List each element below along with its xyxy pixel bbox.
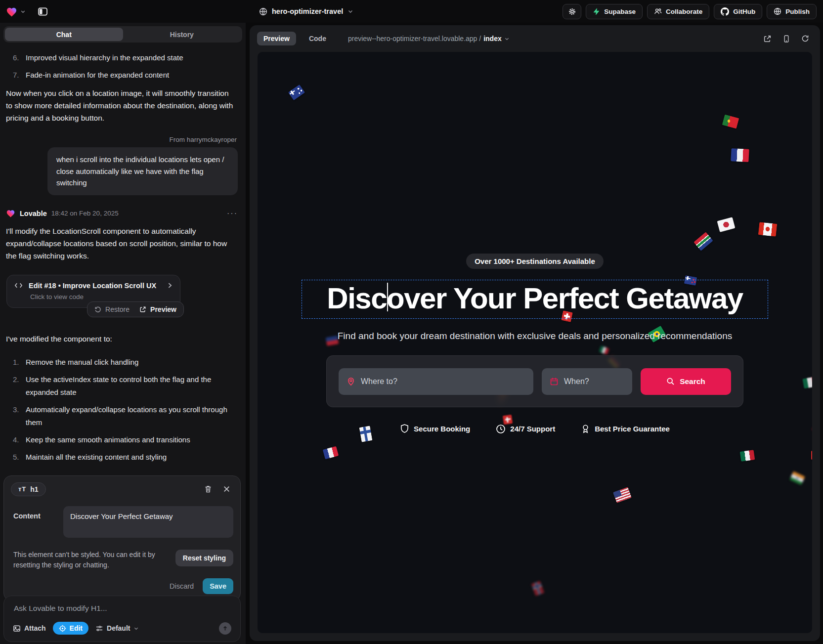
hero-title-selection[interactable]: Discover Your Perfect Getaway: [302, 280, 768, 319]
list-text: Remove the manual click handling: [26, 356, 138, 369]
github-button[interactable]: GitHub: [714, 4, 762, 19]
supabase-button[interactable]: Supabase: [586, 4, 643, 19]
github-label: GitHub: [733, 8, 755, 15]
reset-styling-button[interactable]: Reset styling: [175, 550, 233, 566]
refresh-icon: [801, 35, 809, 43]
edit-mode-button[interactable]: Edit: [53, 622, 88, 635]
assistant-header: Lovable 18:42 on Feb 20, 2025 ···: [0, 209, 246, 218]
tab-preview[interactable]: Preview: [257, 32, 296, 45]
preview-toolbar: Preview Code preview--hero-optimizer-tra…: [250, 25, 820, 52]
element-tag-pill[interactable]: тT h1: [11, 482, 46, 496]
tab-code[interactable]: Code: [303, 32, 333, 45]
collaborate-button[interactable]: Collaborate: [647, 4, 709, 19]
collaborate-people-icon: [654, 7, 662, 15]
restore-label: Restore: [105, 305, 130, 313]
save-button[interactable]: Save: [203, 578, 233, 594]
flag-switzerland: [811, 451, 812, 460]
delete-element-button[interactable]: [204, 485, 212, 493]
open-in-new-tab-button[interactable]: [763, 35, 772, 43]
list-number: 1.: [13, 356, 21, 369]
list-item: 3.Automatically expand/collapse location…: [13, 403, 237, 429]
sidebar-toggle-icon[interactable]: [38, 7, 48, 16]
globe-icon: [259, 7, 267, 16]
list-item: 2.Use the activeIndex state to control b…: [13, 373, 237, 399]
feature-price-guarantee: Best Price Guarantee: [581, 424, 670, 434]
tab-chat[interactable]: Chat: [5, 28, 123, 41]
project-name: hero-optimizer-travel: [272, 7, 343, 15]
search-button[interactable]: Search: [641, 368, 731, 395]
content-field-label: Content: [11, 512, 50, 538]
element-tag-label: h1: [30, 485, 38, 493]
preview-url[interactable]: preview--hero-optimizer-travel.lovable.a…: [348, 35, 510, 43]
hero-title[interactable]: Discover Your Perfect Getaway: [307, 281, 763, 315]
attach-button[interactable]: Attach: [13, 624, 46, 632]
restore-button[interactable]: Restore: [94, 305, 130, 313]
chat-message-input[interactable]: [11, 602, 233, 617]
chat-input-card: Attach Edit Default: [3, 596, 241, 642]
list-text: Maintain all the existing content and st…: [26, 451, 167, 464]
collaborate-label: Collaborate: [666, 8, 702, 15]
content-field-input[interactable]: Discover Your Perfect Getaway: [63, 506, 233, 538]
assistant-list-bottom: 1.Remove the manual click handling 2.Use…: [0, 356, 246, 464]
assistant-paragraph: I've modified the component to:: [0, 333, 246, 345]
preview-viewport: Over 1000+ Destinations Available Discov…: [258, 52, 812, 633]
assistant-paragraph: I'll modify the LocationScroll component…: [0, 225, 246, 262]
list-text: Improved visual hierarchy in the expande…: [26, 52, 183, 64]
chat-history-tabs: Chat History: [3, 26, 242, 43]
edit-mode-label: Edit: [70, 624, 83, 632]
flag-australia: [288, 85, 305, 100]
refresh-button[interactable]: [801, 35, 809, 43]
lovable-logo-heart-icon[interactable]: [6, 6, 17, 17]
mobile-device-icon: [782, 35, 790, 43]
edit-code-card[interactable]: Edit #18 • Improve Location Scroll UX Cl…: [6, 275, 180, 308]
flag-france: [731, 148, 749, 162]
project-switcher[interactable]: hero-optimizer-travel: [259, 0, 353, 23]
list-text: Use the activeIndex state to control bot…: [26, 373, 237, 399]
feature-label: Best Price Guarantee: [595, 425, 670, 433]
url-chevron-down-icon: [504, 36, 510, 42]
where-to-placeholder: Where to?: [361, 377, 397, 386]
tab-history[interactable]: History: [123, 28, 241, 41]
shield-icon: [400, 424, 409, 434]
feature-label: Secure Booking: [414, 425, 470, 433]
close-editor-button[interactable]: [223, 485, 230, 493]
mobile-view-button[interactable]: [782, 35, 790, 43]
gear-icon: [568, 7, 576, 16]
assistant-paragraph: Now when you click on a location image, …: [0, 87, 246, 124]
flag-southafrica: [693, 232, 713, 251]
publish-button[interactable]: Publish: [767, 4, 817, 19]
publish-label: Publish: [785, 8, 810, 15]
logo-chevron-down-icon[interactable]: [20, 9, 26, 14]
where-to-input[interactable]: Where to?: [339, 368, 533, 395]
chat-panel: Chat History 6. Improved visual hierarch…: [0, 23, 246, 644]
type-icon: тT: [18, 485, 26, 493]
message-menu-dots-icon[interactable]: ···: [227, 209, 238, 218]
list-number: 4.: [13, 433, 21, 446]
hero-subtitle: Find and book your dream destination wit…: [338, 331, 732, 342]
flag-usa: [613, 487, 632, 503]
send-message-button[interactable]: [219, 622, 231, 635]
publish-globe-icon: [774, 7, 781, 15]
settings-button[interactable]: [563, 4, 581, 19]
default-mode-button[interactable]: Default: [95, 624, 139, 632]
when-placeholder: When?: [564, 377, 589, 386]
default-mode-label: Default: [107, 624, 130, 632]
hero-section: Over 1000+ Destinations Available Discov…: [258, 254, 812, 434]
flag-india: [789, 471, 805, 485]
feature-secure-booking: Secure Booking: [400, 424, 470, 434]
when-input[interactable]: When?: [542, 368, 632, 395]
features-row: Secure Booking 24/7 Support Best Price G…: [400, 424, 670, 434]
trash-icon: [204, 485, 212, 493]
text-caret: [387, 283, 388, 311]
preview-label: Preview: [150, 305, 176, 313]
list-item: 4.Keep the same smooth animations and tr…: [13, 433, 237, 446]
assistant-list-top: 6. Improved visual hierarchy in the expa…: [0, 52, 246, 81]
edit-card-actions: Restore Preview: [87, 301, 184, 317]
flag-norway: [531, 581, 545, 596]
sliders-icon: [95, 625, 103, 632]
attach-image-icon: [13, 625, 21, 632]
preview-edit-button[interactable]: Preview: [139, 305, 176, 313]
attach-label: Attach: [24, 624, 46, 632]
discard-button[interactable]: Discard: [170, 582, 194, 590]
list-item: 7. Fade-in animation for the expanded co…: [13, 69, 237, 81]
